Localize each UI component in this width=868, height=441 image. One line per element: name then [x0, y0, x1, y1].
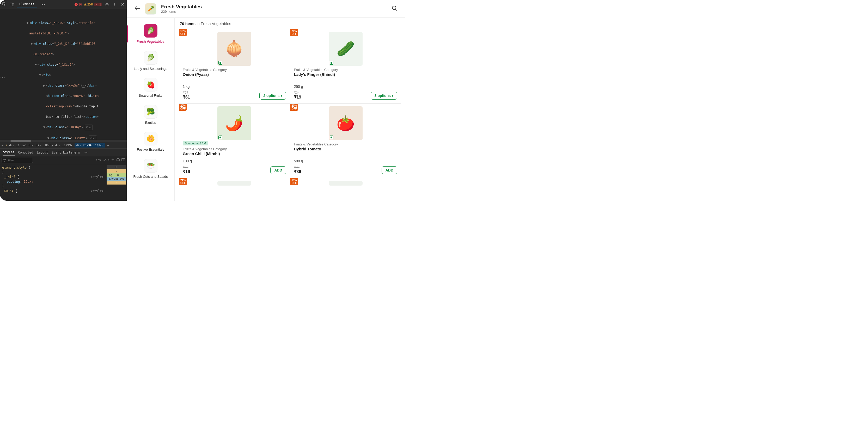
product-card[interactable]: 20%OFF🥒Fruits & Vegetables CategoryLady'… [290, 29, 401, 103]
veg-indicator-icon [218, 135, 222, 139]
breadcrumb-prev-icon[interactable]: ◀ [2, 144, 3, 147]
product-price: ₹36 [294, 169, 301, 174]
category-thumb: 🥬 [144, 24, 157, 37]
warning-count-badge[interactable]: 258 [84, 3, 93, 6]
category-item[interactable]: 🥦Exotics [127, 102, 175, 129]
discount-badge: 19%OFF [179, 29, 187, 36]
devtools-panel: Elements >> 16 258 ▪ 1 ⋮ ... ▼<div class… [0, 0, 127, 201]
dom-breadcrumb: ◀ ) div._1CiaG div div._1Kshy div._179Mx… [0, 142, 127, 149]
product-name: Lady's Finger (Bhindi) [294, 72, 398, 76]
product-card[interactable]: 20%OFF🌶️Sourced at 5 AMFruits & Vegetabl… [179, 103, 290, 178]
breadcrumb-next-icon[interactable]: ▶ [107, 144, 109, 147]
dom-tree[interactable]: ... ▼<div class="_3PosS" style="transfor… [0, 9, 127, 140]
category-sidebar[interactable]: 🥬Fresh Vegetables🥬Leafy and Seasonings🍓S… [127, 18, 175, 201]
category-thumb: 🍓 [144, 78, 157, 92]
product-card[interactable]: 19%OFF🧅Fruits & Vegetables CategoryOnion… [179, 29, 290, 103]
product-name: Green Chilli (Mirchi) [183, 151, 286, 156]
app-header: 🥕 Fresh Vegetables 229 items [127, 0, 405, 18]
product-quantity: 500 g [294, 159, 398, 163]
svg-rect-2 [12, 4, 14, 6]
page-title: Fresh Vegetables [161, 4, 202, 10]
devtools-tabs-more[interactable]: >> [38, 1, 48, 8]
header-category-thumb: 🥕 [145, 3, 156, 14]
filter-icon [3, 159, 6, 162]
devtools-tab-elements[interactable]: Elements [17, 1, 37, 8]
close-devtools-icon[interactable] [119, 1, 126, 7]
options-button[interactable]: 2 options▾ [259, 92, 286, 100]
sourced-tag: Sourced at 5 AM [183, 141, 208, 146]
product-category: Fruits & Vegetables Category [183, 147, 286, 151]
product-category: Fruits & Vegetables Category [183, 68, 286, 72]
kebab-icon[interactable]: ⋮ [112, 1, 118, 7]
subtab-event-listeners[interactable]: Event Listeners [51, 150, 81, 155]
box-model-border: - [106, 169, 126, 173]
product-mrp: ₹45 [294, 166, 301, 169]
category-item[interactable]: 🌼Festive Essentials [127, 129, 175, 156]
new-style-rule-icon[interactable] [111, 158, 115, 162]
discount-badge: 20%OFF [290, 29, 298, 36]
product-image: 🌶️ [217, 106, 251, 140]
discount-badge: 19%OFF [290, 178, 298, 185]
cls-toggle[interactable]: .cls [103, 158, 110, 162]
product-quantity: 100 g [183, 159, 286, 163]
paint-flash-icon[interactable] [116, 158, 120, 162]
box-model: 0 - ng8 379×285.800 - [106, 164, 127, 201]
warning-count: 258 [87, 3, 93, 6]
box-model-margin: 0 [106, 165, 126, 169]
category-label: Fresh Cuts and Salads [133, 175, 167, 179]
inspect-icon[interactable] [1, 1, 7, 7]
svg-line-9 [105, 3, 106, 4]
dom-scrollbar[interactable] [0, 140, 127, 142]
product-card[interactable]: 21%OFF [179, 178, 290, 191]
box-model-border-bottom: - [106, 181, 126, 185]
subtab-computed[interactable]: Computed [18, 150, 34, 155]
category-label: Exotics [145, 121, 156, 125]
breadcrumb-item[interactable]: div._179Mx [55, 144, 72, 147]
style-rules[interactable]: element.style { } ._1Nlcf {<style> paddi… [0, 164, 106, 201]
product-mrp: ₹76 [183, 91, 190, 95]
styles-subtabs: Styles Computed Layout Event Listeners >… [0, 149, 127, 156]
subtab-styles[interactable]: Styles [3, 149, 15, 156]
discount-badge: 20%OFF [290, 104, 298, 111]
svg-rect-14 [122, 158, 125, 161]
product-image: 🧅 [217, 32, 251, 66]
svg-line-11 [108, 3, 108, 4]
search-icon[interactable] [392, 5, 398, 12]
product-name: Onion (Pyaaz) [183, 72, 286, 76]
options-button[interactable]: 3 options▾ [371, 92, 397, 100]
category-thumb: 🥬 [144, 51, 157, 65]
category-item[interactable]: 🥗Fresh Cuts and Salads [127, 156, 175, 184]
device-toggle-icon[interactable] [9, 1, 15, 7]
breadcrumb-item-active[interactable]: div.K0-3A._1Nlcf [74, 143, 105, 148]
discount-badge: 20%OFF [179, 104, 187, 111]
breadcrumb-item[interactable]: div [28, 144, 34, 147]
issues-badge[interactable]: ▪ 1 [94, 3, 102, 6]
product-category: Fruits & Vegetables Category [294, 142, 398, 146]
svg-rect-13 [117, 159, 119, 161]
hov-toggle[interactable]: :hov [94, 158, 101, 162]
error-count: 16 [78, 3, 82, 6]
styles-filter-input[interactable] [2, 158, 33, 163]
sidebar-toggle-icon[interactable] [121, 158, 125, 162]
breadcrumb-item[interactable]: div._1Kshy [36, 144, 53, 147]
error-count-badge[interactable]: 16 [74, 3, 82, 6]
styles-toolbar: :hov .cls [0, 156, 127, 164]
back-arrow-icon[interactable] [134, 6, 140, 12]
category-item[interactable]: 🥬Leafy and Seasonings [127, 49, 175, 75]
product-listing[interactable]: 70 items in Fresh Vegetables 19%OFF🧅Frui… [175, 18, 405, 201]
category-item[interactable]: 🥬Fresh Vegetables [127, 21, 175, 49]
styles-panel: element.style { } ._1Nlcf {<style> paddi… [0, 164, 127, 201]
category-item[interactable]: 🍓Seasonal Fruits [127, 75, 175, 102]
subtab-layout[interactable]: Layout [36, 150, 49, 155]
add-button[interactable]: ADD [382, 166, 397, 174]
breadcrumb-item[interactable]: div._1CiaG [9, 144, 26, 147]
add-button[interactable]: ADD [270, 166, 286, 174]
product-card[interactable]: 19%OFF [290, 178, 401, 191]
product-card[interactable]: 20%OFF🍅Fruits & Vegetables CategoryHybri… [290, 103, 401, 178]
settings-icon[interactable] [104, 1, 110, 7]
category-thumb: 🥗 [144, 159, 157, 172]
product-price: ₹61 [183, 95, 190, 100]
listing-heading: 70 items in Fresh Vegetables [179, 21, 401, 26]
dom-gutter-more-icon[interactable]: ... [0, 74, 5, 80]
subtabs-more[interactable]: >> [83, 150, 88, 155]
